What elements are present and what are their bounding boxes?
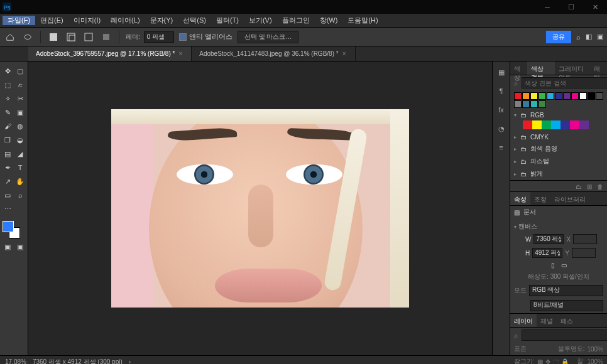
color-tab-1[interactable]: 색상 견본 (527, 62, 555, 75)
y-input[interactable] (572, 248, 596, 258)
tool-zoom[interactable]: ⌕ (14, 189, 26, 201)
menu-item-8[interactable]: 플러그인 (277, 16, 315, 25)
width-input[interactable] (533, 234, 564, 244)
menu-item-7[interactable]: 보기(V) (244, 16, 277, 25)
recent-swatch-12[interactable] (522, 100, 530, 108)
document-canvas[interactable] (111, 109, 409, 308)
tool-screenmode[interactable]: ▣ (14, 240, 26, 253)
opacity-value[interactable]: 100% (587, 346, 603, 353)
tool-magic-wand[interactable]: ✧ (1, 92, 14, 105)
tool-eraser[interactable]: ◒ (14, 134, 26, 146)
menu-item-4[interactable]: 문자(Y) (145, 16, 178, 25)
tool-spot-heal[interactable]: ◍ (14, 120, 26, 132)
menu-item-0[interactable]: 파일(F) (3, 16, 35, 25)
rgb-swatch-5[interactable] (570, 120, 579, 129)
depth-select[interactable]: 8비트/채널 (530, 300, 603, 311)
menu-item-9[interactable]: 창(W) (315, 16, 343, 25)
recent-swatch-13[interactable] (530, 100, 538, 108)
lock-pixels-icon[interactable]: ▦ (537, 358, 543, 365)
workspace-icon[interactable]: ◧ (586, 33, 592, 41)
menu-item-6[interactable]: 필터(T) (211, 16, 244, 25)
menu-item-3[interactable]: 레이어(L) (106, 16, 145, 25)
swatch-folder-0[interactable]: ▸🗀CMYK (510, 132, 607, 142)
rgb-swatch-2[interactable] (542, 120, 551, 129)
tool-pen[interactable]: ✒ (1, 161, 14, 174)
menu-item-5[interactable]: 선택(S) (178, 16, 211, 25)
recent-swatch-14[interactable] (539, 100, 546, 108)
canvas-stage[interactable] (28, 62, 492, 355)
layer-filter-select[interactable] (522, 329, 607, 341)
home-icon[interactable] (4, 31, 16, 43)
orient-landscape-icon[interactable]: ▭ (561, 262, 567, 269)
status-zoom[interactable]: 17.08% (5, 358, 26, 364)
menu-item-1[interactable]: 편집(E) (35, 16, 68, 25)
recent-swatch-11[interactable] (514, 100, 522, 108)
select-and-mask-button[interactable]: 선택 및 마스크… (238, 31, 299, 43)
tool-artboard[interactable]: ▢ (14, 65, 26, 77)
property-tab-0[interactable]: 속성 (510, 192, 530, 205)
tool-marquee[interactable]: ⬚ (1, 78, 14, 91)
document-tab-1[interactable]: AdobeStock_141147483.jpeg @ 36.1% (RGB/8… (192, 46, 355, 61)
swatch-folder-1[interactable]: ▸🗀회색 음영 (510, 142, 607, 155)
rgb-swatch-1[interactable] (532, 120, 542, 129)
rgb-swatch-6[interactable] (579, 120, 589, 129)
recent-swatch-2[interactable] (530, 92, 538, 100)
x-input[interactable] (573, 234, 597, 244)
antialias-checkbox[interactable]: 앤티 앨리어스 (179, 32, 232, 41)
help-icon[interactable]: ▣ (597, 33, 603, 41)
height-input[interactable] (532, 248, 562, 258)
swatch-folder-rgb[interactable]: ▾ 🗀 RGB (510, 110, 607, 120)
recent-swatch-10[interactable] (596, 92, 603, 100)
recent-swatch-5[interactable] (555, 92, 562, 100)
tool-paint-bucket[interactable]: ◢ (14, 147, 26, 160)
tool-path[interactable]: ↗ (1, 175, 14, 188)
window-close-button[interactable]: ✕ (583, 0, 607, 14)
panel-icon-3[interactable]: fx (496, 104, 507, 115)
tool-edit-toolbar[interactable]: ⋯ (1, 203, 14, 215)
recent-swatch-8[interactable] (579, 92, 587, 100)
panel-icon-4[interactable]: ◔ (496, 123, 507, 134)
property-tab-2[interactable]: 라이브러리 (550, 192, 589, 205)
mode-add-icon[interactable] (65, 31, 77, 43)
tool-clone[interactable]: ❐ (1, 134, 14, 146)
layer-tab-2[interactable]: 패스 (557, 314, 577, 327)
new-swatch-icon[interactable]: ⊞ (587, 183, 592, 190)
color-tab-2[interactable]: 그레이디언트 (555, 62, 591, 75)
menu-item-10[interactable]: 도움말(H) (342, 16, 383, 25)
color-tab-0[interactable]: 색상 (510, 62, 527, 75)
tool-text[interactable]: T (14, 161, 26, 174)
recent-swatch-1[interactable] (522, 92, 530, 100)
share-button[interactable]: 공유 (546, 31, 571, 43)
recent-swatch-6[interactable] (563, 92, 571, 100)
lock-artboard-icon[interactable]: ⬚ (553, 358, 559, 365)
recent-swatch-9[interactable] (588, 92, 595, 100)
document-tab-0[interactable]: AdobeStock_396759557.jpeg @ 17.1% (RGB/8… (28, 46, 192, 61)
color-tab-3[interactable]: 패턴 (590, 62, 607, 75)
new-folder-icon[interactable]: 🗀 (576, 183, 582, 190)
tool-brush[interactable]: 🖌 (1, 120, 14, 132)
window-minimize-button[interactable]: ─ (535, 0, 559, 14)
rgb-swatch-3[interactable] (551, 120, 561, 129)
window-maximize-button[interactable]: ☐ (559, 0, 583, 14)
property-tab-1[interactable]: 조정 (530, 192, 550, 205)
close-tab-icon[interactable]: × (178, 50, 182, 57)
layer-tab-0[interactable]: 레이어 (510, 314, 537, 327)
swatch-folder-3[interactable]: ▸🗀밝게 (510, 168, 607, 180)
status-chevron-icon[interactable]: › (129, 358, 131, 364)
color-swatch-pair[interactable] (1, 221, 20, 240)
delete-swatch-icon[interactable]: 🗑 (597, 183, 603, 190)
tool-crop[interactable]: ✂ (14, 92, 26, 105)
tool-move[interactable]: ✥ (1, 65, 14, 77)
tool-lasso[interactable]: ⟈ (14, 78, 26, 91)
fill-value[interactable]: 100% (587, 358, 603, 365)
layer-tab-1[interactable]: 채널 (537, 314, 557, 327)
recent-swatch-4[interactable] (547, 92, 554, 100)
close-tab-icon[interactable]: × (342, 50, 346, 57)
mode-intersect-icon[interactable] (100, 31, 112, 43)
recent-swatch-3[interactable] (539, 92, 546, 100)
tool-eyedropper[interactable]: ✎ (1, 106, 14, 119)
panel-icon-5[interactable]: ≡ (496, 142, 507, 153)
mode-select[interactable]: RGB 색상 (529, 285, 603, 296)
orient-portrait-icon[interactable]: ▯ (551, 262, 555, 269)
search-icon[interactable]: ⌕ (576, 33, 581, 41)
